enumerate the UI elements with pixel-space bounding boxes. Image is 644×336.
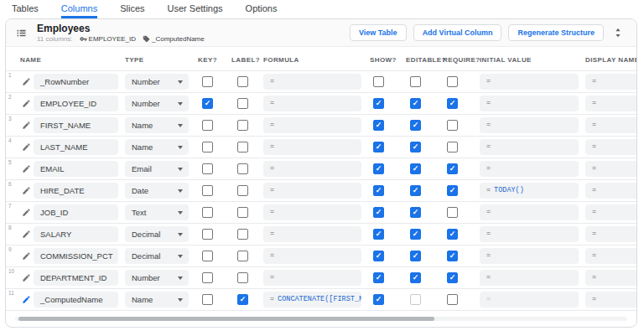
column-name-input[interactable]: EMAIL — [34, 161, 118, 177]
initial-value-field[interactable]: = — [480, 204, 579, 220]
key-checkbox[interactable] — [202, 272, 213, 283]
key-checkbox[interactable] — [202, 294, 213, 305]
tab-user-settings[interactable]: User Settings — [168, 3, 223, 18]
key-checkbox[interactable] — [202, 76, 213, 87]
add-virtual-column-button[interactable]: Add Virtual Column — [413, 24, 502, 41]
label-checkbox[interactable] — [237, 294, 248, 305]
column-type-select[interactable]: Decimal — [125, 226, 189, 242]
key-checkbox[interactable] — [202, 98, 213, 109]
require-checkbox[interactable] — [447, 120, 458, 131]
label-checkbox[interactable] — [237, 251, 248, 261]
column-name-input[interactable]: EMPLOYEE_ID — [34, 96, 118, 111]
formula-field[interactable]: = — [263, 117, 361, 133]
editable-checkbox[interactable] — [410, 272, 421, 283]
expand-collapse-icon[interactable] — [615, 28, 621, 38]
display-name-field[interactable]: = — [585, 117, 637, 133]
edit-pencil-icon[interactable] — [22, 186, 31, 195]
editable-checkbox[interactable] — [410, 185, 421, 196]
show-checkbox[interactable] — [373, 272, 384, 283]
require-checkbox[interactable] — [447, 98, 458, 109]
show-checkbox[interactable] — [373, 163, 384, 174]
key-checkbox[interactable] — [202, 120, 213, 131]
initial-value-field[interactable]: = — [480, 117, 579, 133]
formula-field[interactable]: =CONCATENATE([FIRST_NA — [263, 292, 361, 308]
label-checkbox[interactable] — [237, 142, 248, 152]
key-checkbox[interactable] — [202, 163, 213, 174]
column-type-select[interactable]: Number — [125, 74, 189, 90]
editable-checkbox[interactable] — [410, 207, 421, 218]
label-checkbox[interactable] — [237, 76, 248, 87]
initial-value-field[interactable]: = — [480, 248, 579, 264]
show-checkbox[interactable] — [373, 120, 384, 131]
display-name-field[interactable]: = — [585, 204, 637, 220]
key-checkbox[interactable] — [202, 251, 213, 261]
formula-field[interactable]: = — [263, 74, 361, 90]
column-type-select[interactable]: Decimal — [125, 248, 189, 264]
initial-value-field[interactable]: = — [480, 74, 579, 90]
label-checkbox[interactable] — [237, 163, 248, 174]
show-checkbox[interactable] — [373, 294, 384, 305]
display-name-field[interactable]: = — [585, 226, 637, 242]
show-checkbox[interactable] — [373, 76, 384, 87]
show-checkbox[interactable] — [373, 142, 384, 152]
require-checkbox[interactable] — [447, 229, 458, 240]
show-checkbox[interactable] — [373, 229, 384, 240]
show-checkbox[interactable] — [373, 207, 384, 218]
tab-tables[interactable]: Tables — [12, 3, 39, 18]
editable-checkbox[interactable] — [410, 76, 421, 87]
key-checkbox[interactable] — [202, 142, 213, 152]
editable-checkbox[interactable] — [410, 163, 421, 174]
show-checkbox[interactable] — [373, 185, 384, 196]
formula-field[interactable]: = — [263, 204, 361, 220]
regenerate-structure-button[interactable]: Regenerate Structure — [508, 24, 604, 41]
require-checkbox[interactable] — [447, 76, 458, 87]
column-type-select[interactable]: Date — [125, 183, 189, 199]
editable-checkbox[interactable] — [410, 120, 421, 131]
edit-pencil-icon[interactable] — [22, 295, 31, 304]
horizontal-scrollbar-thumb[interactable] — [18, 317, 434, 321]
tab-columns[interactable]: Columns — [61, 3, 97, 18]
formula-field[interactable]: = — [263, 96, 361, 111]
formula-field[interactable]: = — [263, 183, 361, 199]
column-type-select[interactable]: Text — [125, 204, 189, 220]
formula-field[interactable]: = — [263, 139, 361, 155]
display-name-field[interactable]: = — [585, 139, 637, 155]
tab-slices[interactable]: Slices — [120, 3, 144, 18]
require-checkbox[interactable] — [447, 294, 458, 305]
formula-field[interactable]: = — [263, 161, 361, 177]
column-type-select[interactable]: Name — [125, 117, 189, 133]
edit-pencil-icon[interactable] — [22, 251, 31, 261]
display-name-field[interactable]: = — [585, 248, 637, 264]
editable-checkbox[interactable] — [410, 251, 421, 261]
key-checkbox[interactable] — [202, 185, 213, 196]
key-checkbox[interactable] — [202, 207, 213, 218]
editable-checkbox[interactable] — [410, 229, 421, 240]
edit-pencil-icon[interactable] — [22, 208, 31, 217]
display-name-field[interactable]: = — [585, 96, 637, 111]
edit-pencil-icon[interactable] — [22, 230, 31, 239]
initial-value-field[interactable]: = — [480, 292, 579, 308]
column-name-input[interactable]: FIRST_NAME — [34, 117, 118, 133]
initial-value-field[interactable]: = — [480, 161, 579, 177]
label-checkbox[interactable] — [237, 207, 248, 218]
editable-checkbox[interactable] — [410, 294, 421, 305]
edit-pencil-icon[interactable] — [22, 121, 31, 130]
key-checkbox[interactable] — [202, 229, 213, 240]
initial-value-field[interactable]: = — [480, 270, 579, 286]
editable-checkbox[interactable] — [410, 142, 421, 152]
formula-field[interactable]: = — [263, 270, 361, 286]
formula-field[interactable]: = — [263, 248, 361, 264]
column-type-select[interactable]: Email — [125, 161, 189, 177]
column-name-input[interactable]: JOB_ID — [34, 204, 118, 220]
column-name-input[interactable]: COMMISSION_PCT — [34, 248, 118, 264]
initial-value-field[interactable]: =TODAY() — [480, 183, 579, 199]
display-name-field[interactable]: = — [585, 183, 637, 199]
require-checkbox[interactable] — [447, 207, 458, 218]
column-type-select[interactable]: Name — [125, 292, 189, 308]
edit-pencil-icon[interactable] — [22, 273, 31, 282]
column-name-input[interactable]: _RowNumber — [34, 74, 118, 90]
initial-value-field[interactable]: = — [480, 226, 579, 242]
edit-pencil-icon[interactable] — [22, 164, 31, 173]
column-name-input[interactable]: _ComputedName — [34, 292, 118, 308]
column-name-input[interactable]: SALARY — [34, 226, 118, 242]
